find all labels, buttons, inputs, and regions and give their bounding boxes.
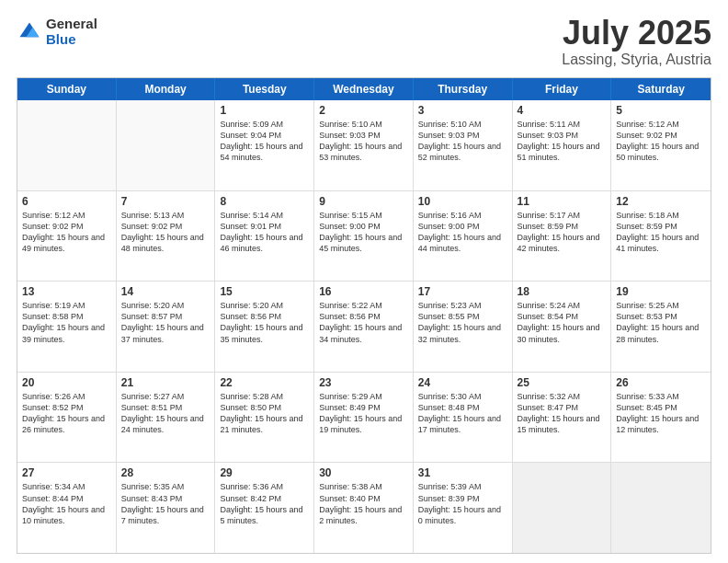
day-cell-2: 2Sunrise: 5:10 AMSunset: 9:03 PMDaylight… (314, 100, 414, 190)
cell-detail: Sunrise: 5:17 AMSunset: 8:59 PMDaylight:… (518, 210, 607, 255)
header: General Blue July 2025 Lassing, Styria, … (17, 17, 711, 68)
calendar-body: 1Sunrise: 5:09 AMSunset: 9:04 PMDaylight… (17, 100, 711, 553)
cell-detail: Sunrise: 5:35 AMSunset: 8:43 PMDaylight:… (121, 481, 210, 526)
day-cell-11: 11Sunrise: 5:17 AMSunset: 8:59 PMDayligh… (513, 191, 612, 282)
day-cell-28: 28Sunrise: 5:35 AMSunset: 8:43 PMDayligh… (117, 463, 216, 553)
cell-detail: Sunrise: 5:30 AMSunset: 8:48 PMDaylight:… (418, 391, 507, 436)
day-cell-24: 24Sunrise: 5:30 AMSunset: 8:48 PMDayligh… (414, 373, 513, 463)
calendar: SundayMondayTuesdayWednesdayThursdayFrid… (17, 77, 711, 554)
cell-detail: Sunrise: 5:20 AMSunset: 8:56 PMDaylight:… (220, 300, 309, 345)
day-cell-5: 5Sunrise: 5:12 AMSunset: 9:02 PMDaylight… (611, 100, 711, 190)
logo-icon (17, 19, 42, 45)
title-block: July 2025 Lassing, Styria, Austria (562, 17, 711, 68)
day-cell-15: 15Sunrise: 5:20 AMSunset: 8:56 PMDayligh… (215, 282, 314, 372)
day-cell-19: 19Sunrise: 5:25 AMSunset: 8:53 PMDayligh… (611, 282, 711, 372)
cell-detail: Sunrise: 5:29 AMSunset: 8:49 PMDaylight:… (319, 391, 408, 436)
day-cell-1: 1Sunrise: 5:09 AMSunset: 9:04 PMDaylight… (215, 100, 314, 190)
day-number: 27 (22, 466, 111, 479)
week-row-3: 13Sunrise: 5:19 AMSunset: 8:58 PMDayligh… (17, 282, 711, 373)
day-number: 10 (418, 195, 507, 208)
cell-detail: Sunrise: 5:38 AMSunset: 8:40 PMDaylight:… (319, 481, 408, 526)
day-number: 6 (22, 195, 111, 208)
cell-detail: Sunrise: 5:11 AMSunset: 9:03 PMDaylight:… (518, 119, 607, 164)
day-cell-25: 25Sunrise: 5:32 AMSunset: 8:47 PMDayligh… (513, 373, 612, 463)
day-cell-8: 8Sunrise: 5:14 AMSunset: 9:01 PMDaylight… (215, 191, 314, 282)
header-day-saturday: Saturday (611, 78, 711, 100)
cell-detail: Sunrise: 5:34 AMSunset: 8:44 PMDaylight:… (22, 481, 111, 526)
header-day-sunday: Sunday (17, 78, 117, 100)
day-cell-16: 16Sunrise: 5:22 AMSunset: 8:56 PMDayligh… (314, 282, 414, 372)
cell-detail: Sunrise: 5:10 AMSunset: 9:03 PMDaylight:… (418, 119, 507, 164)
day-cell-14: 14Sunrise: 5:20 AMSunset: 8:57 PMDayligh… (117, 282, 216, 372)
day-number: 20 (22, 376, 111, 389)
day-cell-21: 21Sunrise: 5:27 AMSunset: 8:51 PMDayligh… (117, 373, 216, 463)
day-number: 25 (518, 376, 607, 389)
day-number: 8 (220, 195, 309, 208)
empty-cell (513, 463, 612, 553)
day-number: 9 (319, 195, 408, 208)
day-cell-23: 23Sunrise: 5:29 AMSunset: 8:49 PMDayligh… (314, 373, 414, 463)
day-cell-30: 30Sunrise: 5:38 AMSunset: 8:40 PMDayligh… (314, 463, 414, 553)
cell-detail: Sunrise: 5:32 AMSunset: 8:47 PMDaylight:… (518, 391, 607, 436)
cell-detail: Sunrise: 5:14 AMSunset: 9:01 PMDaylight:… (220, 210, 309, 255)
day-cell-29: 29Sunrise: 5:36 AMSunset: 8:42 PMDayligh… (215, 463, 314, 553)
logo-blue-text: Blue (46, 31, 76, 47)
day-number: 1 (220, 104, 309, 117)
empty-cell (611, 463, 711, 553)
day-number: 21 (121, 376, 210, 389)
cell-detail: Sunrise: 5:39 AMSunset: 8:39 PMDaylight:… (418, 481, 507, 526)
day-cell-26: 26Sunrise: 5:33 AMSunset: 8:45 PMDayligh… (611, 373, 711, 463)
day-number: 5 (616, 104, 706, 117)
day-cell-6: 6Sunrise: 5:12 AMSunset: 9:02 PMDaylight… (17, 191, 117, 282)
header-day-wednesday: Wednesday (314, 78, 414, 100)
week-row-5: 27Sunrise: 5:34 AMSunset: 8:44 PMDayligh… (17, 463, 711, 553)
day-cell-12: 12Sunrise: 5:18 AMSunset: 8:59 PMDayligh… (611, 191, 711, 282)
day-number: 22 (220, 376, 309, 389)
cell-detail: Sunrise: 5:10 AMSunset: 9:03 PMDaylight:… (319, 119, 408, 164)
header-day-friday: Friday (513, 78, 612, 100)
cell-detail: Sunrise: 5:15 AMSunset: 9:00 PMDaylight:… (319, 210, 408, 255)
cell-detail: Sunrise: 5:24 AMSunset: 8:54 PMDaylight:… (518, 300, 607, 345)
cell-detail: Sunrise: 5:23 AMSunset: 8:55 PMDaylight:… (418, 300, 507, 345)
day-cell-18: 18Sunrise: 5:24 AMSunset: 8:54 PMDayligh… (513, 282, 612, 372)
title-month: July 2025 (562, 17, 711, 50)
cell-detail: Sunrise: 5:27 AMSunset: 8:51 PMDaylight:… (121, 391, 210, 436)
cell-detail: Sunrise: 5:19 AMSunset: 8:58 PMDaylight:… (22, 300, 111, 345)
logo-general-text: General (46, 16, 97, 31)
header-day-monday: Monday (117, 78, 216, 100)
day-number: 24 (418, 376, 507, 389)
day-number: 26 (616, 376, 706, 389)
day-number: 11 (518, 195, 607, 208)
day-number: 31 (418, 466, 507, 479)
calendar-header: SundayMondayTuesdayWednesdayThursdayFrid… (17, 78, 711, 100)
cell-detail: Sunrise: 5:16 AMSunset: 9:00 PMDaylight:… (418, 210, 507, 255)
day-number: 3 (418, 104, 507, 117)
logo-text: General Blue (46, 17, 97, 47)
cell-detail: Sunrise: 5:22 AMSunset: 8:56 PMDaylight:… (319, 300, 408, 345)
day-cell-20: 20Sunrise: 5:26 AMSunset: 8:52 PMDayligh… (17, 373, 117, 463)
cell-detail: Sunrise: 5:28 AMSunset: 8:50 PMDaylight:… (220, 391, 309, 436)
cell-detail: Sunrise: 5:12 AMSunset: 9:02 PMDaylight:… (616, 119, 706, 164)
day-cell-22: 22Sunrise: 5:28 AMSunset: 8:50 PMDayligh… (215, 373, 314, 463)
page: General Blue July 2025 Lassing, Styria, … (0, 0, 728, 563)
week-row-4: 20Sunrise: 5:26 AMSunset: 8:52 PMDayligh… (17, 373, 711, 464)
day-number: 30 (319, 466, 408, 479)
day-number: 15 (220, 285, 309, 298)
day-number: 12 (616, 195, 706, 208)
day-number: 19 (616, 285, 706, 298)
day-cell-7: 7Sunrise: 5:13 AMSunset: 9:02 PMDaylight… (117, 191, 216, 282)
day-number: 2 (319, 104, 408, 117)
day-cell-13: 13Sunrise: 5:19 AMSunset: 8:58 PMDayligh… (17, 282, 117, 372)
cell-detail: Sunrise: 5:13 AMSunset: 9:02 PMDaylight:… (121, 210, 210, 255)
cell-detail: Sunrise: 5:09 AMSunset: 9:04 PMDaylight:… (220, 119, 309, 164)
header-day-tuesday: Tuesday (215, 78, 314, 100)
week-row-1: 1Sunrise: 5:09 AMSunset: 9:04 PMDaylight… (17, 100, 711, 191)
cell-detail: Sunrise: 5:12 AMSunset: 9:02 PMDaylight:… (22, 210, 111, 255)
day-number: 4 (518, 104, 607, 117)
day-number: 23 (319, 376, 408, 389)
day-cell-10: 10Sunrise: 5:16 AMSunset: 9:00 PMDayligh… (414, 191, 513, 282)
logo: General Blue (17, 17, 97, 47)
week-row-2: 6Sunrise: 5:12 AMSunset: 9:02 PMDaylight… (17, 191, 711, 282)
cell-detail: Sunrise: 5:18 AMSunset: 8:59 PMDaylight:… (616, 210, 706, 255)
cell-detail: Sunrise: 5:36 AMSunset: 8:42 PMDaylight:… (220, 481, 309, 526)
